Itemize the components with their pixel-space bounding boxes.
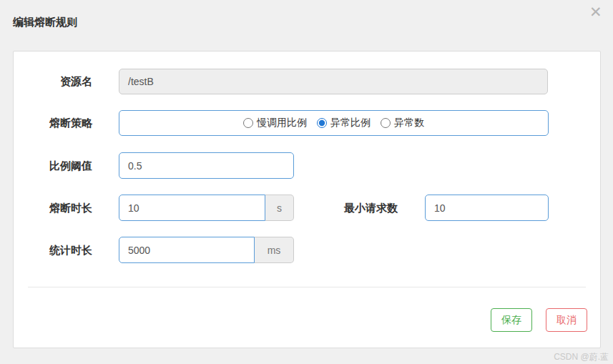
strategy-label: 熔断策略 [14,110,92,136]
exception-ratio-label: 异常比例 [330,117,371,129]
dialog-title: 编辑熔断规则 [13,16,77,29]
min-requests-label: 最小请求数 [321,195,398,221]
cancel-button[interactable]: 取消 [546,308,587,332]
strategy-radio-group: 慢调用比例 异常比例 异常数 [119,110,549,136]
break-duration-label: 熔断时长 [14,195,92,221]
resource-name-label: 资源名 [14,69,92,94]
resource-name-input [119,69,548,94]
save-button[interactable]: 保存 [491,308,532,332]
csdn-watermark: CSDN @蔚.蓝 [554,351,609,363]
close-icon[interactable]: ✕ [589,4,602,19]
strategy-option-slow-call-ratio[interactable]: 慢调用比例 [243,117,307,129]
exception-count-radio[interactable] [381,118,391,128]
stat-duration-input[interactable] [119,237,255,263]
strategy-option-exception-count[interactable]: 异常数 [381,117,424,129]
edit-circuit-breaker-dialog: 编辑熔断规则 ✕ 资源名 熔断策略 慢调用比例 异常比例 异常数 比例阈值 熔断… [0,0,613,364]
min-requests-input[interactable] [425,195,549,221]
exception-count-label: 异常数 [394,117,424,129]
slow-call-ratio-radio[interactable] [243,118,253,128]
ratio-threshold-label: 比例阈值 [14,152,92,179]
stat-duration-label: 统计时长 [14,237,92,263]
break-duration-unit: s [265,195,294,221]
break-duration-input[interactable] [119,195,265,221]
exception-ratio-radio[interactable] [317,118,327,128]
stat-duration-unit: ms [255,237,294,263]
ratio-threshold-input[interactable] [119,152,294,179]
slow-call-ratio-label: 慢调用比例 [257,117,307,129]
strategy-option-exception-ratio[interactable]: 异常比例 [317,117,371,129]
dialog-body-panel: 资源名 熔断策略 慢调用比例 异常比例 异常数 比例阈值 熔断时长 s 最小 [13,51,601,348]
footer-divider [28,287,586,287]
